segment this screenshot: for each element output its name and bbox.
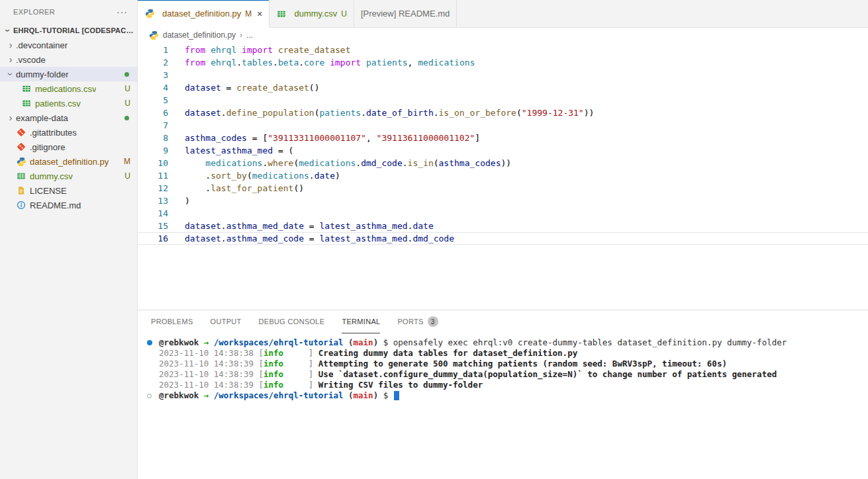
file-name: dummy-folder xyxy=(16,69,68,79)
file-name: README.md xyxy=(30,200,81,210)
code-text: medications.where(medications.dmd_code.i… xyxy=(168,157,511,169)
git-changes-dot xyxy=(124,72,129,77)
code-line-7[interactable]: 7 xyxy=(138,119,868,132)
panel-tab-label: DEBUG CONSOLE xyxy=(259,318,325,326)
terminal[interactable]: @rebkwok → /workspaces/ehrql-tutorial (m… xyxy=(138,333,868,479)
code-line-4[interactable]: 4dataset = create_dataset() xyxy=(138,81,868,94)
line-number: 3 xyxy=(138,69,168,81)
more-actions-icon[interactable]: ··· xyxy=(117,7,128,17)
tree-item-.gitattributes[interactable]: .gitattributes xyxy=(0,125,137,140)
tab-dummy.csv[interactable]: dummy.csvU xyxy=(269,0,354,27)
code-line-3[interactable]: 3 xyxy=(138,69,868,81)
terminal-text-branch: main xyxy=(354,337,373,348)
file-name: LICENSE xyxy=(30,186,67,196)
chevron-right-icon xyxy=(5,40,16,50)
terminal-line-1: @rebkwok → /workspaces/ehrql-tutorial (m… xyxy=(147,337,868,348)
file-name: .devcontainer xyxy=(16,40,68,50)
workspace-root-folder[interactable]: EHRQL-TUTORIAL [CODESPACES:... xyxy=(0,23,137,38)
file-name: .vscode xyxy=(16,55,46,65)
breadcrumb-file[interactable]: dataset_definition.py xyxy=(163,30,236,40)
tree-item-LICENSE[interactable]: LICENSE xyxy=(0,183,137,198)
code-line-16[interactable]: 16dataset.asthma_med_code = latest_asthm… xyxy=(138,232,868,245)
file-tree: .devcontainer.vscodedummy-foldermedicati… xyxy=(0,38,137,479)
chevron-down-icon xyxy=(3,25,13,36)
terminal-text-user: @rebkwok xyxy=(159,390,199,401)
terminal-text-dim: 2023-11-10 14:38:39 [ xyxy=(159,380,264,390)
terminal-text-info: info xyxy=(264,380,283,390)
panel-tab-output[interactable]: OUTPUT xyxy=(211,310,242,333)
tree-item-.devcontainer[interactable]: .devcontainer xyxy=(0,38,137,52)
panel-tab-problems[interactable]: PROBLEMS xyxy=(151,310,193,333)
code-line-8[interactable]: 8asthma_codes = ["39113311000001107", "3… xyxy=(138,132,868,144)
file-name: patients.csv xyxy=(35,99,81,109)
code-line-1[interactable]: 1from ehrql import create_dataset xyxy=(138,44,868,56)
code-editor[interactable]: 1from ehrql import create_dataset2from e… xyxy=(138,42,868,310)
code-line-9[interactable]: 9latest_asthma_med = ( xyxy=(138,144,868,157)
tree-item-patients.csv[interactable]: patients.csvU xyxy=(0,96,137,110)
code-text xyxy=(168,94,185,107)
tree-item-.gitignore[interactable]: .gitignore xyxy=(0,140,137,154)
terminal-text-dim: ] xyxy=(283,369,318,380)
code-line-5[interactable]: 5 xyxy=(138,94,868,107)
explorer-header: EXPLORER ··· xyxy=(0,0,137,23)
terminal-text-path: /workspaces/ehrql-tutorial xyxy=(214,390,344,401)
terminal-text-paren: ) xyxy=(373,337,379,348)
terminal-text-dim: 2023-11-10 14:38:38 [ xyxy=(159,348,264,359)
file-name: .gitignore xyxy=(30,142,65,152)
code-text: ) xyxy=(168,195,190,207)
tree-item-.vscode[interactable]: .vscode xyxy=(0,52,137,67)
tree-item-medications.csv[interactable]: medications.csvU xyxy=(0,81,137,96)
code-line-14[interactable]: 14 xyxy=(138,207,868,220)
code-line-13[interactable]: 13) xyxy=(138,195,868,207)
git-status-badge: U xyxy=(124,171,130,181)
tab--preview-readme.md[interactable]: [Preview] README.md xyxy=(354,0,457,27)
tree-item-dummy-folder[interactable]: dummy-folder xyxy=(0,67,137,81)
terminal-text-arrow: → xyxy=(199,390,214,401)
csv-file-icon xyxy=(21,83,32,94)
panel-tab-debug-console[interactable]: DEBUG CONSOLE xyxy=(259,310,325,333)
terminal-text-msg: Use `dataset.configure_dummy_data(popula… xyxy=(318,369,777,380)
terminal-text-user: @rebkwok xyxy=(159,337,199,348)
code-text xyxy=(168,69,185,81)
breadcrumb[interactable]: dataset_definition.py › ... xyxy=(138,28,868,42)
code-line-15[interactable]: 15dataset.asthma_med_date = latest_asthm… xyxy=(138,220,868,232)
line-number: 14 xyxy=(138,207,168,220)
command-prompt-decoration[interactable] xyxy=(147,394,152,398)
tab-label: [Preview] README.md xyxy=(361,9,450,19)
code-text xyxy=(168,119,185,132)
breadcrumb-separator: › xyxy=(240,30,242,40)
code-line-6[interactable]: 6dataset.define_population(patients.date… xyxy=(138,107,868,119)
tab-dirty-badge: M xyxy=(245,9,252,19)
terminal-text-info: info xyxy=(264,369,283,380)
code-text: dataset.asthma_med_code = latest_asthma_… xyxy=(168,232,454,245)
terminal-line-5: 2023-11-10 14:38:39 [info ] Writing CSV … xyxy=(147,380,868,390)
close-icon[interactable]: × xyxy=(257,9,262,19)
chevron-right-icon xyxy=(5,55,16,64)
panel-tab-terminal[interactable]: TERMINAL xyxy=(342,310,380,333)
tab-dataset-definition.py[interactable]: dataset_definition.pyM× xyxy=(138,0,269,28)
panel-tab-bar: PROBLEMSOUTPUTDEBUG CONSOLETERMINALPORTS… xyxy=(138,310,868,333)
breadcrumb-more[interactable]: ... xyxy=(246,30,253,40)
terminal-text-path: /workspaces/ehrql-tutorial xyxy=(214,337,344,348)
tree-item-dummy.csv[interactable]: dummy.csvU xyxy=(0,169,137,183)
line-number: 13 xyxy=(138,195,168,207)
line-number: 7 xyxy=(138,119,168,132)
file-name: dummy.csv xyxy=(30,171,73,181)
ports-count-badge: 3 xyxy=(428,316,438,327)
line-number: 2 xyxy=(138,56,168,69)
git-file-icon xyxy=(16,127,26,138)
tree-item-example-data[interactable]: example-data xyxy=(0,110,137,125)
code-line-12[interactable]: 12 .last_for_patient() xyxy=(138,182,868,195)
code-line-11[interactable]: 11 .sort_by(medications.date) xyxy=(138,169,868,182)
terminal-line-2: 2023-11-10 14:38:38 [info ] Creating dum… xyxy=(147,348,868,359)
terminal-line-4: 2023-11-10 14:38:39 [info ] Use `dataset… xyxy=(147,369,868,380)
panel-tab-ports[interactable]: PORTS3 xyxy=(397,310,438,333)
python-file-icon xyxy=(144,9,155,19)
tree-item-README.md[interactable]: README.md xyxy=(0,198,137,212)
tree-item-dataset_definition.py[interactable]: dataset_definition.pyM xyxy=(0,154,137,169)
info-file-icon xyxy=(16,200,26,210)
command-success-decoration[interactable] xyxy=(147,340,152,345)
code-line-10[interactable]: 10 medications.where(medications.dmd_cod… xyxy=(138,157,868,169)
code-line-2[interactable]: 2from ehrql.tables.beta.core import pati… xyxy=(138,56,868,69)
line-number: 12 xyxy=(138,182,168,195)
